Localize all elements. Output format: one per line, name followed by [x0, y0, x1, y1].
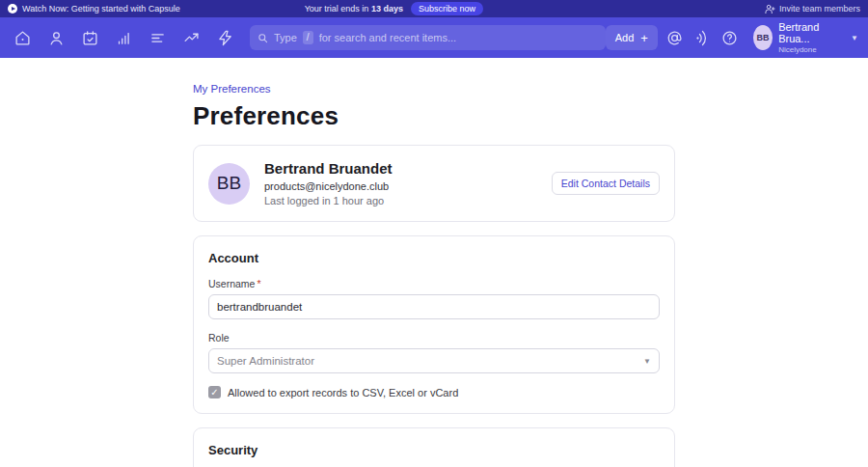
invite-label: Invite team members — [779, 4, 860, 14]
automation-icon[interactable] — [212, 25, 237, 50]
trial-days: 13 days — [371, 4, 403, 14]
role-select[interactable]: Super Administrator ▼ — [208, 348, 660, 373]
profile-name: Bertrand Bruandet — [264, 160, 393, 177]
avatar: BB — [208, 163, 250, 205]
last-login-text: Last logged in 1 hour ago — [264, 195, 393, 206]
person-plus-icon — [765, 4, 775, 14]
account-heading: Account — [208, 251, 660, 265]
breadcrumb[interactable]: My Preferences — [193, 83, 271, 95]
main-navbar: Type / for search and recent items... Ad… — [0, 17, 868, 58]
trial-countdown: Your trial ends in 13 days — [305, 4, 403, 14]
plus-icon: + — [640, 32, 648, 44]
help-icon[interactable] — [719, 25, 741, 50]
account-card: Account Username* Role Super Administrat… — [193, 235, 675, 414]
watch-now-label: Watch Now: Getting started with Capsule — [22, 4, 180, 14]
edit-contact-details-button[interactable]: Edit Contact Details — [552, 172, 660, 195]
search-placeholder-prefix: Type — [274, 32, 297, 43]
watch-now-link[interactable]: Watch Now: Getting started with Capsule — [8, 4, 180, 14]
security-card: Security Two-factor authentication is no… — [193, 427, 675, 467]
security-heading: Security — [208, 443, 660, 457]
home-icon[interactable] — [10, 25, 35, 50]
broadcast-icon[interactable] — [692, 25, 713, 50]
user-avatar: BB — [753, 25, 773, 50]
people-icon[interactable] — [43, 25, 68, 50]
user-org: Nicelydone — [778, 45, 837, 54]
chevron-down-icon: ▼ — [643, 357, 651, 366]
user-menu[interactable]: BB Bertrand Brua... Nicelydone ▼ — [753, 21, 858, 54]
profile-email: products@nicelydone.club — [264, 180, 393, 192]
slash-shortcut-badge: / — [303, 31, 313, 44]
add-button[interactable]: Add + — [606, 25, 658, 50]
lists-icon[interactable] — [145, 25, 170, 50]
username-label: Username* — [208, 278, 660, 289]
page-title: Preferences — [193, 101, 675, 131]
search-icon — [258, 33, 268, 43]
mentions-icon[interactable] — [665, 25, 686, 50]
profile-card: BB Bertrand Bruandet products@nicelydone… — [193, 145, 675, 222]
role-value: Super Administrator — [217, 355, 314, 367]
user-name: Bertrand Brua... — [778, 21, 837, 45]
play-icon — [8, 4, 17, 14]
required-mark: * — [257, 278, 260, 289]
preferences-page: My Preferences Preferences BB Bertrand B… — [193, 58, 675, 467]
invite-team-members-link[interactable]: Invite team members — [765, 4, 860, 14]
chevron-down-icon[interactable]: ▼ — [851, 34, 858, 42]
role-label: Role — [208, 332, 660, 343]
trends-icon[interactable] — [178, 25, 203, 50]
export-checkbox-label: Allowed to export records to CSV, Excel … — [228, 387, 458, 398]
reports-icon[interactable] — [111, 25, 136, 50]
subscribe-button[interactable]: Subscribe now — [411, 2, 483, 15]
search-placeholder-suffix: for search and recent items... — [319, 32, 456, 43]
username-input[interactable] — [208, 294, 660, 319]
search-input[interactable]: Type / for search and recent items... — [250, 25, 606, 50]
calendar-icon[interactable] — [77, 25, 102, 50]
export-checkbox[interactable]: ✓ — [208, 386, 221, 398]
export-permission-row: ✓ Allowed to export records to CSV, Exce… — [208, 386, 660, 398]
trial-banner: Watch Now: Getting started with Capsule … — [0, 0, 868, 17]
